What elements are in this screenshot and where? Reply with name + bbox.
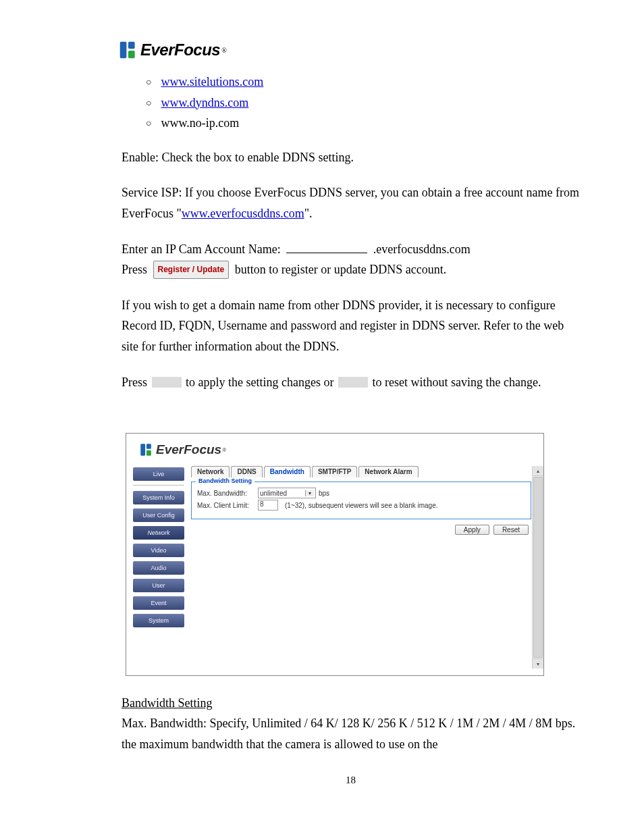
svg-rect-1 [128,42,135,49]
list-item: www.sitelutions.com [146,72,580,93]
fieldset-legend: Bandwidth Setting [196,477,254,484]
everfocus-logo-icon [119,41,138,59]
sidebar-item-system-info[interactable]: System Info [133,491,184,504]
tab-bandwidth[interactable]: Bandwidth [264,466,311,478]
svg-rect-3 [140,444,145,456]
everfocus-logo-icon [140,443,153,457]
apply-button-placeholder[interactable] [152,377,182,388]
scroll-thumb[interactable] [533,477,543,658]
scroll-down-icon[interactable]: ▾ [533,658,543,669]
ddns-provider-list: www.sitelutions.com www.dyndns.com www.n… [122,72,580,134]
svg-rect-4 [146,444,151,449]
sidebar-item-event[interactable]: Event [133,596,184,610]
ss-logo-text: EverFocus [156,442,221,457]
client-limit-hint: (1~32), subsequent viewers will see a bl… [285,502,438,509]
account-label: Enter an IP Cam Account Name: [122,242,281,256]
sidebar-item-user-config[interactable]: User Config [133,509,184,522]
reset-button-placeholder[interactable] [338,377,368,388]
bandwidth-fieldset: Bandwidth Setting Max. Bandwidth: unlimi… [191,481,531,519]
registered-icon: ® [221,47,227,54]
max-client-limit-label: Max. Client Limit: [197,502,258,509]
account-entry: Enter an IP Cam Account Name: .everfocus… [122,239,580,280]
tab-network[interactable]: Network [191,466,230,477]
link-everfocusddns[interactable]: www.everfocusddns.com [182,207,304,220]
chevron-down-icon: ▾ [305,490,314,496]
scroll-up-icon[interactable]: ▴ [533,466,543,476]
register-update-button[interactable]: Register / Update [153,261,230,278]
svg-rect-5 [146,450,151,456]
list-item: www.no-ip.com [146,113,580,134]
tab-ddns[interactable]: DDNS [231,466,262,477]
bandwidth-body: Max. Bandwidth: Specify, Unlimited / 64 … [122,713,580,754]
link-noip: www.no-ip.com [161,116,239,130]
apply-button[interactable]: Apply [455,525,489,535]
max-client-limit-input[interactable]: 8 [258,500,278,511]
bandwidth-settings-screenshot: EverFocus ® Live System Info User Config… [126,433,544,676]
link-sitelutions[interactable]: www.sitelutions.com [161,75,263,88]
sidebar-item-live[interactable]: Live [133,467,184,481]
list-item: www.dyndns.com [146,93,580,113]
sidebar: Live System Info User Config Network Vid… [126,466,191,669]
bps-unit: bps [319,490,329,497]
sidebar-item-system[interactable]: System [133,614,184,627]
svg-rect-0 [120,42,127,59]
brand-logo: EverFocus ® [119,41,580,59]
enable-text: Enable: Check the box to enable DDNS set… [122,147,580,168]
reset-button[interactable]: Reset [493,525,529,535]
tab-bar: Network DDNS Bandwidth SMTP/FTP Network … [191,466,531,477]
sidebar-item-user[interactable]: User [133,579,184,592]
service-isp-text: Service ISP: If you choose EverFocus DDN… [122,182,580,224]
sidebar-item-video[interactable]: Video [133,544,184,557]
tab-smtp-ftp[interactable]: SMTP/FTP [312,466,357,477]
sidebar-item-audio[interactable]: Audio [133,561,184,575]
page-number: 18 [122,775,580,786]
account-input-blank[interactable] [286,240,367,253]
link-dyndns[interactable]: www.dyndns.com [161,96,248,109]
bandwidth-heading: Bandwidth Setting [122,696,580,710]
registered-icon: ® [222,447,226,453]
max-bandwidth-label: Max. Bandwidth: [197,490,258,497]
sidebar-item-network[interactable]: Network [133,526,184,540]
brand-logo-text: EverFocus [140,41,220,59]
svg-rect-2 [128,51,135,58]
apply-reset-text: Press to apply the setting changes or to… [122,372,580,393]
account-domain: .everfocusddns.com [373,242,471,256]
max-bandwidth-select[interactable]: unlimited ▾ [258,488,316,498]
scrollbar[interactable]: ▴ ▾ [532,466,543,669]
tab-network-alarm[interactable]: Network Alarm [358,466,418,477]
other-provider-text: If you wish to get a domain name from ot… [122,295,580,357]
